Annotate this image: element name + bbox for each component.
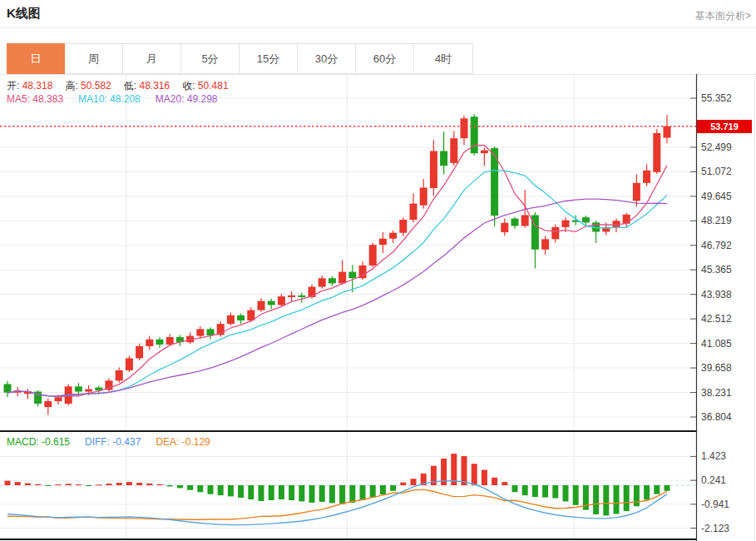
ma-legend-item-3: MA20: 49.298 — [156, 93, 218, 105]
ma-legend-item-1-label: MA5: — [7, 93, 30, 105]
ma-legend-item-1: MA5: 48.383 — [7, 93, 63, 105]
price-tick-label: 42.512 — [701, 313, 732, 325]
period-tabbar: 日周月5分15分30分60分4时 — [7, 43, 473, 74]
macd-legend-item-2: DIFF: -0.437 — [85, 436, 141, 448]
right-border — [754, 74, 755, 541]
price-tick-label: 36.804 — [701, 411, 732, 423]
ma-legend-item-2-label: MA10: — [78, 93, 107, 105]
macd-legend-item-1-value: -0.615 — [39, 436, 70, 448]
macd-legend-item-1: MACD: -0.615 — [7, 436, 70, 448]
macd-legend-item-3: DEA: -0.129 — [156, 436, 210, 448]
ohlc-low-label: 低: — [124, 80, 136, 92]
period-tab-3[interactable]: 月 — [123, 44, 181, 73]
macd-tick-label: -0.941 — [701, 499, 729, 510]
period-tab-5[interactable]: 15分 — [240, 44, 298, 73]
ohlc-open-label: 开: — [7, 80, 19, 92]
ma-legend-item-2-value: 48.208 — [107, 93, 141, 105]
ohlc-high-label: 高: — [65, 80, 77, 92]
price-tick-label: 38.231 — [701, 387, 732, 399]
price-tick-label: 41.085 — [701, 338, 732, 350]
header-divider — [0, 27, 756, 28]
price-tick-label: 46.792 — [701, 240, 732, 251]
ohlc-open: 开: 48.318 — [7, 79, 52, 93]
macd-legend-item-3-label: DEA: — [156, 436, 179, 448]
price-tick-label: 48.219 — [701, 215, 732, 226]
ma-legend-item-3-value: 49.298 — [184, 93, 217, 105]
macd-tick-label: 1.423 — [701, 450, 726, 462]
macd-legend-item-3-value: -0.129 — [179, 436, 210, 448]
kline-chart-canvas[interactable] — [0, 74, 756, 541]
price-tick-label: 52.499 — [701, 141, 732, 153]
kline-widget: K线图 基本面分析> 日周月5分15分30分60分4时 开: 48.318高: … — [0, 0, 756, 541]
ma-legend-item-1-value: 48.383 — [30, 93, 63, 105]
price-tick-label: 43.938 — [701, 289, 732, 300]
ohlc-open-value: 48.318 — [19, 80, 52, 92]
current-price-badge: 53.719 — [697, 120, 752, 133]
ohlc-low: 低: 48.316 — [124, 79, 170, 93]
macd-tick-label: -2.123 — [701, 523, 729, 534]
price-tick-label: 45.365 — [701, 264, 732, 275]
macd-legend-item-2-label: DIFF: — [85, 436, 110, 448]
period-tab-8[interactable]: 4时 — [414, 44, 472, 73]
ma-legend-item-3-label: MA20: — [156, 93, 185, 105]
price-tick-label: 49.645 — [701, 191, 732, 202]
ohlc-high-value: 50.582 — [78, 80, 111, 92]
ohlc-low-value: 48.316 — [136, 80, 170, 92]
price-tick-label: 39.658 — [701, 362, 732, 374]
ohlc-close-value: 50.481 — [195, 80, 229, 92]
ohlc-high: 高: 50.582 — [65, 79, 111, 93]
ma-legend: MA5: 48.383MA10: 48.208MA20: 49.298 — [7, 93, 218, 105]
price-tick-label: 51.072 — [701, 166, 732, 177]
period-tab-2[interactable]: 周 — [65, 44, 123, 73]
price-tick-label: 55.352 — [701, 92, 732, 104]
macd-legend-item-1-label: MACD: — [7, 436, 39, 448]
ohlc-legend: 开: 48.318高: 50.582低: 48.316收: 50.481 — [7, 79, 229, 93]
period-tab-4[interactable]: 5分 — [181, 44, 240, 73]
page-title: K线图 — [7, 6, 41, 22]
ma-legend-item-2: MA10: 48.208 — [78, 93, 141, 105]
macd-legend: MACD: -0.615DIFF: -0.437DEA: -0.129 — [7, 436, 210, 448]
period-tab-7[interactable]: 60分 — [356, 44, 414, 73]
period-tab-1[interactable]: 日 — [7, 43, 65, 74]
ohlc-close: 收: 50.481 — [182, 79, 228, 93]
fundamental-analysis-link[interactable]: 基本面分析> — [695, 9, 751, 23]
ohlc-close-label: 收: — [182, 80, 195, 92]
macd-tick-label: 0.241 — [701, 474, 726, 486]
macd-legend-item-2-value: -0.437 — [110, 436, 141, 448]
period-tab-6[interactable]: 30分 — [298, 44, 356, 73]
